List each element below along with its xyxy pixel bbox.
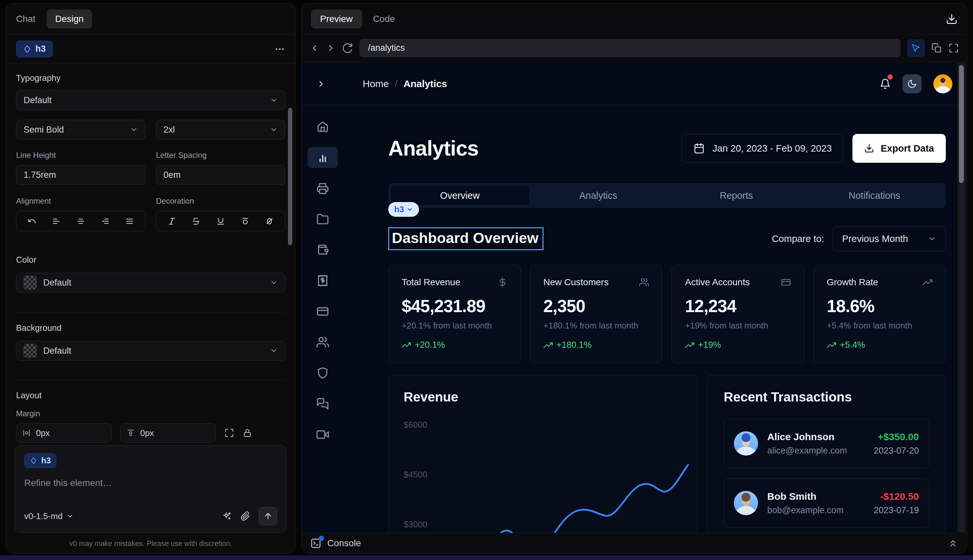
- align-center-icon[interactable]: [76, 217, 85, 226]
- preview-scrollbar-thumb[interactable]: [959, 65, 964, 183]
- selected-element-row: h3: [6, 34, 295, 64]
- sidebar-item-shield-icon[interactable]: [308, 363, 338, 383]
- design-sidebar-panel: Chat Design h3 Typography Default Semi B…: [6, 3, 295, 553]
- font-weight-select[interactable]: Semi Bold: [16, 120, 145, 140]
- inspect-cursor-icon[interactable]: [907, 39, 925, 57]
- console-bar[interactable]: Console: [302, 533, 967, 553]
- refresh-icon[interactable]: [342, 43, 353, 53]
- sidebar-item-credit-card-icon[interactable]: [308, 301, 338, 322]
- lock-icon[interactable]: [243, 428, 252, 438]
- download-icon[interactable]: [946, 13, 958, 25]
- user-avatar[interactable]: [933, 74, 952, 93]
- sidebar-item-messages-icon[interactable]: [308, 393, 338, 414]
- tab-analytics[interactable]: Analytics: [529, 185, 668, 206]
- tab-code[interactable]: Code: [373, 14, 395, 24]
- preview-scrollbar-track[interactable]: [958, 63, 965, 532]
- left-panel-scrollbar[interactable]: [288, 108, 292, 245]
- diamond-icon: [30, 457, 37, 464]
- line-height-value: 1.75rem: [23, 170, 56, 180]
- paperclip-icon[interactable]: [240, 511, 250, 521]
- notifications-bell-icon[interactable]: [880, 78, 891, 89]
- tab-chat[interactable]: Chat: [16, 14, 35, 24]
- tab-preview[interactable]: Preview: [311, 10, 362, 28]
- element-selection-chip[interactable]: h3: [388, 202, 419, 217]
- terminal-icon: [310, 538, 321, 549]
- back-icon[interactable]: [310, 43, 319, 53]
- chevron-down-icon: [67, 513, 74, 520]
- margin-x-input[interactable]: 0px: [16, 423, 112, 442]
- stat-trend-value: +20.1%: [415, 340, 445, 350]
- breadcrumb-separator: /: [395, 78, 397, 89]
- italic-icon[interactable]: [167, 217, 176, 226]
- forward-icon[interactable]: [326, 43, 336, 53]
- sidebar-item-receipt-icon[interactable]: [308, 270, 338, 291]
- overline-icon[interactable]: [241, 217, 250, 226]
- align-right-icon[interactable]: [101, 217, 110, 226]
- align-left-icon[interactable]: [52, 217, 61, 226]
- chevron-down-icon: [407, 206, 413, 213]
- url-input[interactable]: [359, 39, 901, 57]
- transaction-row[interactable]: Alice Johnson alice@example.com +$350.00…: [724, 419, 929, 468]
- line-height-input[interactable]: 1.75rem: [16, 165, 145, 185]
- align-justify-icon[interactable]: [125, 217, 134, 226]
- sidebar-item-folder-icon[interactable]: [308, 208, 338, 230]
- console-notification-dot: [319, 536, 324, 541]
- tab-reports[interactable]: Reports: [668, 185, 806, 206]
- letter-spacing-label: Letter Spacing: [156, 151, 285, 160]
- font-size-select[interactable]: 2xl: [156, 120, 285, 140]
- composer-chip-tag: h3: [41, 456, 51, 465]
- compare-select[interactable]: Previous Month: [833, 226, 946, 251]
- more-options-icon[interactable]: [274, 43, 285, 55]
- chevrons-up-icon[interactable]: [948, 538, 958, 548]
- color-select[interactable]: Default: [16, 273, 285, 292]
- window-bottom-accent: [0, 555, 973, 560]
- sidebar-item-wallet-icon[interactable]: [308, 239, 338, 260]
- transaction-date: 2023-07-20: [874, 446, 919, 456]
- stat-title: Active Accounts: [685, 277, 750, 288]
- sidebar-item-analytics-icon[interactable]: [308, 147, 338, 168]
- background-select[interactable]: Default: [16, 341, 285, 360]
- copy-icon[interactable]: [931, 43, 942, 53]
- strikethrough-icon[interactable]: [192, 217, 200, 226]
- design-properties: Typography Default Semi Bold 2xl Line He…: [6, 64, 295, 485]
- transaction-row[interactable]: Bob Smith bob@example.com -$120.50 2023-…: [724, 478, 929, 528]
- calendar-icon: [694, 143, 705, 154]
- chevron-down-icon: [270, 126, 278, 133]
- color-value: Default: [43, 278, 72, 288]
- underline-icon[interactable]: [216, 217, 225, 226]
- dark-mode-toggle[interactable]: [903, 74, 921, 93]
- composer-element-chip[interactable]: h3: [24, 453, 56, 468]
- sidebar-item-printer-icon[interactable]: [308, 178, 338, 199]
- sidebar-toggle-icon[interactable]: [316, 79, 326, 89]
- trending-up-icon: [827, 341, 836, 350]
- date-range-button[interactable]: Jan 20, 2023 - Feb 09, 2023: [682, 134, 843, 163]
- breadcrumb-current: Analytics: [403, 78, 447, 89]
- fullscreen-icon[interactable]: [948, 43, 959, 53]
- alignment-label: Alignment: [16, 197, 145, 206]
- dashboard-overview-heading[interactable]: Dashboard Overview: [388, 227, 544, 250]
- letter-spacing-value: 0em: [164, 170, 181, 180]
- chevron-down-icon: [270, 347, 278, 355]
- margin-y-input[interactable]: 0px: [120, 423, 216, 442]
- sidebar-item-users-icon[interactable]: [308, 332, 338, 353]
- color-label: Color: [16, 255, 285, 265]
- font-family-select[interactable]: Default: [16, 90, 285, 110]
- export-data-button[interactable]: Export Data: [853, 134, 946, 163]
- trending-up-icon: [685, 341, 694, 350]
- selected-element-badge[interactable]: h3: [16, 41, 53, 57]
- tab-design[interactable]: Design: [47, 10, 92, 28]
- no-decoration-icon[interactable]: [265, 217, 274, 226]
- expand-icon[interactable]: [224, 428, 234, 438]
- tab-notifications[interactable]: Notifications: [806, 185, 944, 206]
- sidebar-item-video-icon[interactable]: [308, 424, 338, 445]
- send-button[interactable]: [259, 507, 277, 525]
- letter-spacing-input[interactable]: 0em: [156, 165, 285, 185]
- font-family-value: Default: [23, 95, 52, 105]
- sidebar-item-home-icon[interactable]: [308, 116, 338, 137]
- model-select[interactable]: v0-1.5-md: [24, 511, 74, 522]
- undo-icon[interactable]: [28, 217, 37, 226]
- breadcrumb-home[interactable]: Home: [363, 78, 389, 89]
- sparkles-icon[interactable]: [222, 511, 232, 521]
- refine-input[interactable]: Refine this element…: [24, 478, 277, 488]
- margin-label: Margin: [16, 409, 285, 418]
